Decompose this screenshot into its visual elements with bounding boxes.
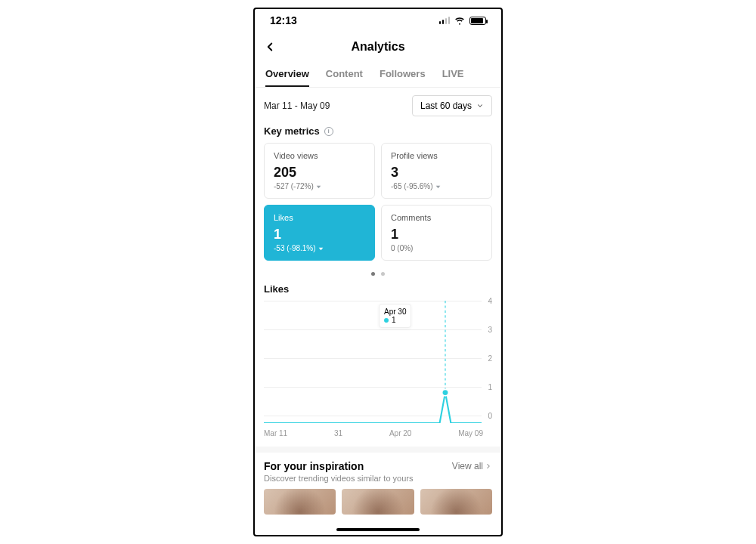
metric-card-likes[interactable]: Likes 1 -53 (-98.1%) bbox=[264, 205, 375, 261]
filter-row: Mar 11 - May 09 Last 60 days bbox=[255, 88, 501, 122]
metric-label: Profile views bbox=[391, 151, 482, 160]
home-indicator bbox=[336, 528, 420, 531]
metric-value: 1 bbox=[274, 227, 365, 243]
x-tick: May 09 bbox=[458, 429, 483, 437]
chevron-down-icon bbox=[476, 102, 484, 110]
phone-frame: 12:13 Analytics Overview Content Followe… bbox=[253, 8, 503, 536]
tabs: Overview Content Followers LIVE bbox=[255, 62, 501, 88]
date-range-selector[interactable]: Last 60 days bbox=[412, 95, 492, 116]
inspiration-title: For your inspiration bbox=[264, 460, 364, 472]
nav-header: Analytics bbox=[255, 32, 501, 62]
status-icons bbox=[439, 15, 487, 26]
metric-label: Video views bbox=[274, 151, 365, 160]
metric-value: 1 bbox=[391, 227, 482, 243]
chart-tooltip: Apr 30 1 bbox=[379, 304, 411, 328]
metric-card-comments[interactable]: Comments 1 0 (0%) bbox=[381, 205, 492, 261]
date-range-label: Mar 11 - May 09 bbox=[264, 100, 330, 111]
metric-delta: -527 (-72%) bbox=[274, 182, 365, 190]
y-tick: 4 bbox=[488, 297, 492, 305]
clock: 12:13 bbox=[270, 14, 297, 26]
metric-delta: 0 (0%) bbox=[391, 244, 482, 252]
status-bar: 12:13 bbox=[255, 9, 501, 32]
metric-card-profile-views[interactable]: Profile views 3 -65 (-95.6%) bbox=[381, 143, 492, 199]
y-tick: 1 bbox=[488, 383, 492, 391]
tooltip-value: 1 bbox=[392, 316, 396, 324]
info-icon[interactable]: i bbox=[324, 127, 333, 136]
y-tick: 0 bbox=[488, 412, 492, 420]
page-title: Analytics bbox=[351, 40, 404, 54]
section-separator bbox=[255, 447, 501, 453]
metric-value: 3 bbox=[391, 165, 482, 181]
video-thumbnail[interactable] bbox=[264, 489, 336, 515]
likes-chart[interactable]: 4 3 2 1 0 Apr 30 1 Mar 11 31 Apr 20 May … bbox=[255, 299, 501, 437]
metric-card-video-views[interactable]: Video views 205 -527 (-72%) bbox=[264, 143, 375, 199]
view-all-label: View all bbox=[452, 461, 483, 471]
tab-live[interactable]: LIVE bbox=[442, 68, 464, 87]
chart-svg bbox=[264, 301, 482, 423]
metrics-pager bbox=[255, 261, 501, 283]
view-all-button[interactable]: View all bbox=[452, 461, 492, 471]
series-dot-icon bbox=[384, 318, 389, 323]
y-tick: 3 bbox=[488, 326, 492, 334]
pager-dot[interactable] bbox=[371, 272, 375, 276]
tab-content[interactable]: Content bbox=[326, 68, 363, 87]
tab-overview[interactable]: Overview bbox=[265, 68, 309, 87]
video-thumbnail[interactable] bbox=[420, 489, 492, 515]
tooltip-date: Apr 30 bbox=[384, 308, 406, 316]
inspiration-subtitle: Discover trending videos similar to your… bbox=[255, 474, 501, 489]
metric-cards: Video views 205 -527 (-72%) Profile view… bbox=[255, 143, 501, 261]
trend-down-icon bbox=[435, 184, 441, 189]
battery-icon bbox=[469, 17, 486, 25]
key-metrics-heading: Key metrics i bbox=[255, 122, 501, 143]
video-thumbnail[interactable] bbox=[342, 489, 414, 515]
key-metrics-heading-text: Key metrics bbox=[264, 125, 320, 137]
y-tick: 2 bbox=[488, 354, 492, 363]
chart-title: Likes bbox=[255, 283, 501, 299]
svg-point-1 bbox=[442, 389, 449, 396]
inspiration-thumbnails bbox=[255, 489, 501, 515]
metric-value: 205 bbox=[274, 165, 365, 181]
trend-down-icon bbox=[316, 184, 321, 189]
x-tick: Mar 11 bbox=[264, 429, 287, 437]
metric-delta: -53 (-98.1%) bbox=[274, 244, 365, 252]
pager-dot[interactable] bbox=[381, 272, 385, 276]
chevron-left-icon bbox=[263, 40, 277, 54]
date-range-selector-label: Last 60 days bbox=[420, 100, 472, 111]
wifi-icon bbox=[454, 15, 465, 26]
x-tick: 31 bbox=[334, 429, 342, 437]
x-tick: Apr 20 bbox=[389, 429, 411, 437]
metric-label: Likes bbox=[274, 213, 365, 222]
x-axis: Mar 11 31 Apr 20 May 09 bbox=[264, 428, 492, 437]
tab-followers[interactable]: Followers bbox=[380, 68, 426, 87]
cellular-icon bbox=[439, 17, 451, 24]
metric-label: Comments bbox=[391, 213, 482, 222]
inspiration-header: For your inspiration View all bbox=[255, 453, 501, 474]
metric-delta: -65 (-95.6%) bbox=[391, 182, 482, 190]
trend-down-icon bbox=[318, 246, 324, 251]
chevron-right-icon bbox=[485, 462, 492, 470]
back-button[interactable] bbox=[261, 38, 279, 56]
